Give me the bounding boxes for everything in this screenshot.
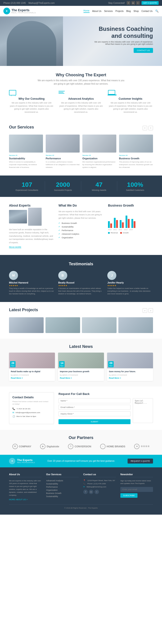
legend-growth-label: Growth (123, 232, 129, 234)
stat-4-label: Satisfied Customers (117, 189, 153, 191)
news-card-1: 28 Nov Retail banks wake up to digital b… (9, 352, 55, 381)
why-card-1-title: Why Our Consulting (9, 97, 54, 100)
footer-twitter-icon[interactable]: t (94, 490, 99, 494)
search-icon[interactable]: 🔍 (155, 10, 158, 12)
testimonial-avatar-1: M (9, 271, 18, 280)
cta-button[interactable]: REQUEST A QUOTE (128, 458, 153, 464)
partner-homebrands-name: HOME BRANDS (107, 445, 125, 448)
contact-phone: +1 914 18 18 101 (16, 408, 30, 410)
logo-icon: ✦ (4, 8, 10, 14)
service-text-1: When it comes to sustainability & corpor… (9, 161, 43, 169)
news-meta-1: by admin | 0 Comment (11, 374, 53, 376)
news-month-3: Nov (109, 365, 112, 367)
news-month-2: Nov (60, 365, 64, 367)
newsletter-email-input[interactable] (120, 487, 153, 492)
email-input[interactable] (58, 405, 130, 410)
projects-next-arrow[interactable]: › (148, 308, 153, 313)
stat-2: 2000 Successful Projects (45, 181, 81, 191)
footer-social: f in t (83, 490, 116, 494)
inquiry-input[interactable] (58, 411, 130, 416)
chart-group-4 (132, 219, 136, 228)
service-title-4: Business Growth (119, 157, 153, 160)
footer-newsletter-text: Sign Up today and receive latest news an… (120, 480, 153, 485)
nav-projects[interactable]: Projects (116, 10, 124, 12)
about-img-1 (9, 210, 27, 224)
nav-shop[interactable]: Shop (134, 10, 138, 12)
partner-conversion-name: CONVERSION (74, 445, 91, 448)
stat-4: 100% Satisfied Customers (117, 181, 153, 191)
hero-person-image (0, 16, 63, 66)
nav-home[interactable]: Home (84, 10, 90, 13)
news-read-more-1[interactable]: Read More > (11, 377, 53, 379)
stay-connected: Stay Connected! (108, 2, 125, 4)
footer-service-link-1[interactable]: Advanced Analysis (46, 480, 79, 482)
service-img-1 (9, 134, 43, 152)
partners-section: Our Partners ⚙ COMPANY ◈ Digitalside © C… (0, 430, 162, 455)
footer-facebook-icon[interactable]: f (83, 490, 88, 494)
footer-about-link[interactable]: MORE ABOUT US > (9, 498, 28, 501)
whatwedo-title: What We Do (58, 204, 104, 207)
nav-about[interactable]: About Us (92, 10, 102, 12)
service-tag-1: Service #1 (9, 154, 43, 156)
why-card-1: Why Our Consulting We are experts in thi… (9, 90, 54, 114)
footer-contact-col: Contact us 📍 12/18 Rupert Street, New Yo… (83, 473, 116, 501)
twitter-icon[interactable]: t (136, 1, 140, 5)
linkedin-icon[interactable]: in (132, 1, 135, 5)
footer-service-link-4[interactable]: Organization (46, 489, 79, 491)
stat-1-number: 107 (9, 181, 45, 188)
footer-services-col: Our Services Advanced Analysis Sustainab… (46, 473, 79, 501)
stat-1: 107 Experienced Consultants (9, 181, 45, 191)
partners-logos: ⚙ COMPANY ◈ Digitalside © CONVERSION ⌂ H… (9, 444, 153, 449)
facebook-icon[interactable]: f (127, 1, 130, 5)
why-card-1-text: We are experts in this industry with ove… (9, 102, 54, 114)
nav-services[interactable]: Services (104, 10, 113, 12)
footer-email-icon: ✉ (83, 486, 85, 488)
about-read-more-link[interactable]: READ MORE (9, 246, 54, 248)
testimonial-stars-2: ★★★★★ (58, 284, 104, 287)
logo-sub: REAL PROFESSIONALS (12, 12, 36, 14)
news-day-1: 28 (11, 362, 14, 365)
footer-about-title: About Us (9, 473, 42, 477)
stat-4-number: 100% (117, 181, 153, 188)
submit-button[interactable]: SUBMIT (58, 419, 130, 424)
testimonials-section: Testimonials M Mitchel Harword ★★★★★ The… (0, 255, 162, 302)
cta-text: Over 20 years of experience we'll ensure… (47, 460, 115, 462)
services-next-arrow[interactable]: › (148, 126, 153, 130)
services-prev-arrow[interactable]: ‹ (143, 126, 147, 130)
news-body-1: Retail banks wake up to digital by admin… (9, 368, 55, 381)
service-text-2: In a contract, performance means fulfill… (46, 161, 80, 169)
news-read-more-2[interactable]: Read More > (60, 377, 102, 379)
stat-2-number: 2000 (45, 181, 81, 188)
footer-service-link-2[interactable]: Sustainability (46, 483, 79, 485)
whatwedo-item-2: Sustainability (58, 225, 104, 228)
footer-about-col: About Us We are experts in this industry… (9, 473, 42, 501)
news-img-3: 09 Nov (107, 352, 153, 368)
footer-linkedin-icon[interactable]: in (89, 490, 94, 494)
partner-digitalside-name: Digitalside (46, 445, 59, 448)
testimonial-name-1: Mitchel Harword (9, 281, 55, 284)
nav-blog[interactable]: Blog (126, 10, 131, 12)
footer-phone-icon: 📞 (83, 483, 86, 485)
service-title-2: Performance (46, 157, 80, 160)
footer-about-text: We are experts in this industry with ove… (9, 480, 42, 497)
newsletter-subscribe-button[interactable]: SUBSCRIBE (120, 493, 138, 498)
about-images (9, 210, 54, 226)
news-title-2: Improve your business growth (60, 370, 102, 373)
special-request-textarea[interactable] (133, 398, 153, 423)
stat-3-number: 47 (81, 181, 117, 188)
chart-bar-0-0 (108, 221, 110, 228)
footer-service-link-3[interactable]: Performance (46, 486, 79, 488)
contact-details-box: Contact Details Please find below contac… (9, 392, 54, 424)
nav-contact[interactable]: Contact Us (142, 10, 152, 12)
get-quote-button[interactable]: GET A QUOTE (142, 1, 158, 5)
name-input[interactable] (58, 398, 130, 403)
service-card-3: Service #3 Organization We maximize orga… (82, 134, 116, 169)
service-cards: Service #1 Sustainability When it comes … (9, 134, 153, 169)
logo-name: The Experts (12, 8, 36, 12)
footer-service-link-5[interactable]: Business Growth (46, 492, 79, 494)
chart-bar-0-3 (126, 216, 127, 228)
projects-prev-arrow[interactable]: ‹ (143, 308, 147, 313)
footer-service-link-6[interactable]: Sustainability (46, 495, 79, 498)
hero-cta-button[interactable]: CONTACT US (134, 48, 153, 53)
news-read-more-3[interactable]: Read More > (109, 377, 151, 379)
